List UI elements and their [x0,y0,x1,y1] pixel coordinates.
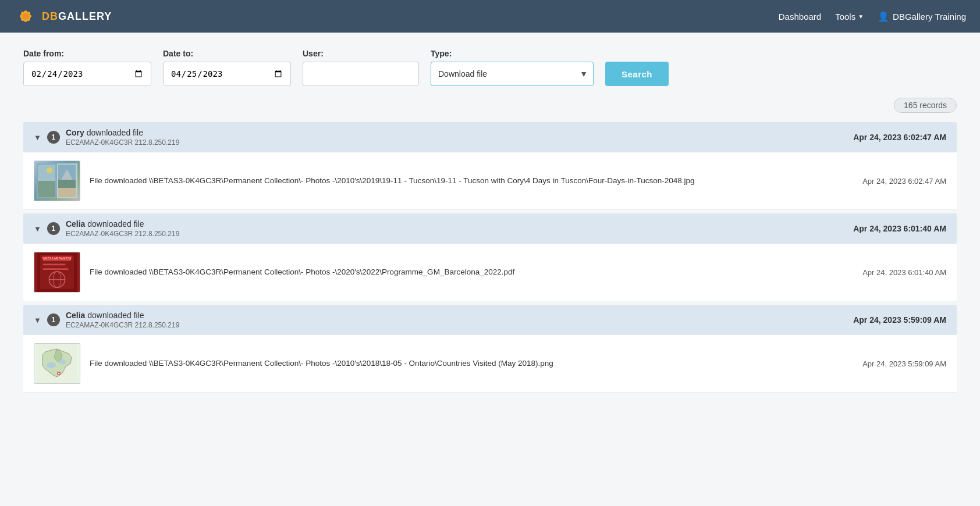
log-detail-time-1: Apr 24, 2023 6:02:47 AM [862,177,946,186]
log-action-2: downloaded file [87,219,144,229]
svg-text:WEB3 & METAVERSE: WEB3 & METAVERSE [43,257,72,260]
log-detail-info-2: File downloaded \\BETAS3-0K4GC3R\Permane… [90,266,853,278]
tools-label: Tools [835,12,855,22]
brand-text: DBGALLERY [42,10,112,23]
log-group-2: ▼ 1 Celia downloaded file EC2AMAZ-0K4GC3… [23,213,957,301]
thumb-landscape-icon [34,161,80,201]
user-input[interactable] [303,62,419,86]
date-to-group: Date to: [163,49,291,86]
header-meta-block-3: Celia downloaded file EC2AMAZ-0K4GC3R 21… [66,311,179,329]
search-button[interactable]: Search [605,62,669,86]
svg-point-26 [47,362,56,368]
thumb-map-icon [34,344,80,383]
count-badge-1: 1 [47,131,60,144]
log-thumb-2: WEB3 & METAVERSE [34,252,80,293]
log-header-summary-2: Celia downloaded file [66,219,179,229]
navbar: DBGALLERY Dashboard Tools ▼ 👤 DBGallery … [0,0,980,33]
log-thumb-1 [34,161,80,201]
collapse-chevron-icon-2: ▼ [34,225,41,233]
header-meta-block-2: Celia downloaded file EC2AMAZ-0K4GC3R 21… [66,219,179,238]
search-group: Search [605,62,669,86]
user-label: DBGallery Training [893,12,966,22]
collapse-chevron-icon-1: ▼ [34,133,41,142]
log-entries: ▼ 1 Cory downloaded file EC2AMAZ-0K4GC3R… [23,122,957,393]
log-header-left-2: ▼ 1 Celia downloaded file EC2AMAZ-0K4GC3… [34,219,179,238]
svg-point-27 [59,359,66,364]
collapse-chevron-icon-3: ▼ [34,316,41,325]
main-content: Date from: Date to: User: Type: Download… [0,33,980,412]
svg-point-5 [22,13,29,20]
log-detail-text-2: File downloaded \\BETAS3-0K4GC3R\Permane… [90,268,514,276]
collapse-button-3[interactable]: ▼ [34,316,41,325]
log-detail-info-3: File downloaded \\BETAS3-0K4GC3R\Permane… [90,358,853,369]
log-timestamp-2: Apr 24, 2023 6:01:40 AM [853,224,946,233]
log-detail-time-3: Apr 24, 2023 5:59:09 AM [862,359,946,368]
log-header-summary-3: Celia downloaded file [66,311,179,320]
records-row: 165 records [23,98,957,113]
svg-rect-19 [43,268,69,270]
log-detail-1: File downloaded \\BETAS3-0K4GC3R\Permane… [23,152,957,210]
count-badge-2: 1 [47,222,60,235]
log-action-1: downloaded file [87,128,143,137]
svg-rect-9 [38,181,55,197]
count-badge-3: 1 [47,313,60,326]
log-header-summary-1: Cory downloaded file [66,128,179,137]
log-meta-1: EC2AMAZ-0K4GC3R 212.8.250.219 [66,138,179,147]
log-detail-time-2: Apr 24, 2023 6:01:40 AM [862,268,946,277]
log-detail-3: File downloaded \\BETAS3-0K4GC3R\Permane… [23,335,957,393]
navbar-right: Dashboard Tools ▼ 👤 DBGallery Training [779,11,966,22]
log-thumb-3 [34,343,80,384]
log-detail-2: WEB3 & METAVERSE File downloaded \\BETAS… [23,244,957,301]
log-group-1: ▼ 1 Cory downloaded file EC2AMAZ-0K4GC3R… [23,122,957,210]
log-detail-text-1: File downloaded \\BETAS3-0K4GC3R\Permane… [90,176,695,185]
type-select-wrapper: Download file Upload file Login Logout V… [431,62,594,86]
tools-chevron-icon: ▼ [858,13,864,20]
svg-rect-12 [58,180,76,188]
log-timestamp-1: Apr 24, 2023 6:02:47 AM [853,133,946,142]
user-label: User: [303,49,419,58]
log-user-name-2: Celia [66,219,85,229]
collapse-button-2[interactable]: ▼ [34,225,41,233]
tools-menu[interactable]: Tools ▼ [835,12,864,22]
date-from-group: Date from: [23,49,151,86]
date-from-label: Date from: [23,49,151,58]
log-meta-2: EC2AMAZ-0K4GC3R 212.8.250.219 [66,230,179,238]
type-label: Type: [431,49,594,58]
svg-rect-13 [58,188,76,197]
type-select[interactable]: Download file Upload file Login Logout V… [431,62,594,86]
log-detail-info-1: File downloaded \\BETAS3-0K4GC3R\Permane… [90,175,853,187]
log-header-1: ▼ 1 Cory downloaded file EC2AMAZ-0K4GC3R… [23,122,957,152]
log-user-name-1: Cory [66,128,84,137]
log-header-3: ▼ 1 Celia downloaded file EC2AMAZ-0K4GC3… [23,305,957,335]
records-count-badge: 165 records [894,98,957,113]
user-icon: 👤 [878,11,889,22]
type-group: Type: Download file Upload file Login Lo… [431,49,594,86]
date-to-input[interactable] [163,62,291,86]
user-menu[interactable]: 👤 DBGallery Training [878,11,966,22]
date-to-label: Date to: [163,49,291,58]
log-group-3: ▼ 1 Celia downloaded file EC2AMAZ-0K4GC3… [23,305,957,393]
user-group: User: [303,49,419,86]
log-timestamp-3: Apr 24, 2023 5:59:09 AM [853,315,946,325]
log-header-left-3: ▼ 1 Celia downloaded file EC2AMAZ-0K4GC3… [34,311,179,329]
filter-row: Date from: Date to: User: Type: Download… [23,49,957,86]
header-meta-block-1: Cory downloaded file EC2AMAZ-0K4GC3R 212… [66,128,179,147]
logo-icon [14,5,37,28]
brand: DBGALLERY [14,5,112,28]
log-header-left-1: ▼ 1 Cory downloaded file EC2AMAZ-0K4GC3R… [34,128,179,147]
dashboard-link[interactable]: Dashboard [779,12,821,22]
log-header-2: ▼ 1 Celia downloaded file EC2AMAZ-0K4GC3… [23,213,957,244]
log-user-name-3: Celia [66,311,85,320]
date-from-input[interactable] [23,62,151,86]
log-meta-3: EC2AMAZ-0K4GC3R 212.8.250.219 [66,321,179,329]
log-action-3: downloaded file [87,311,144,320]
svg-point-29 [58,373,60,375]
thumb-red-icon: WEB3 & METAVERSE [34,252,80,292]
svg-point-10 [47,168,52,173]
log-detail-text-3: File downloaded \\BETAS3-0K4GC3R\Permane… [90,359,553,368]
collapse-button-1[interactable]: ▼ [34,133,41,142]
svg-rect-18 [43,263,66,265]
